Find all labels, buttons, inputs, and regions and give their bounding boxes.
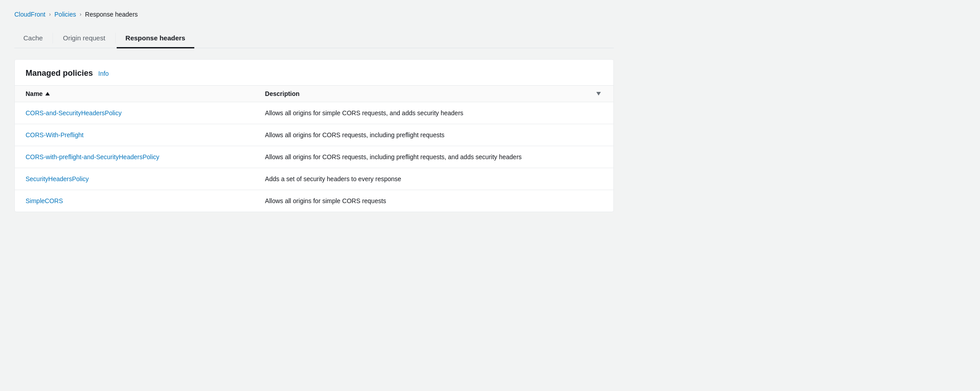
th-description-label: Description [265, 90, 300, 97]
managed-policies-card: Managed policies Info Name Descripti [14, 59, 614, 212]
breadcrumb-cloudfront-label: CloudFront [14, 11, 45, 18]
table-cell-name-4: SimpleCORS [15, 190, 254, 212]
table-cell-name-3: SecurityHeadersPolicy [15, 168, 254, 190]
tab-response-headers[interactable]: Response headers [117, 29, 194, 48]
th-name-label: Name [26, 90, 43, 97]
table-row: CORS-with-preflight-and-SecurityHeadersP… [15, 146, 613, 168]
table-cell-name-2: CORS-with-preflight-and-SecurityHeadersP… [15, 146, 254, 168]
policies-table: Name Description CORS-and-SecurityHeader… [15, 85, 613, 212]
sort-asc-icon [45, 92, 50, 96]
policy-link-3[interactable]: SecurityHeadersPolicy [26, 175, 89, 182]
breadcrumb-separator-1: › [49, 11, 51, 17]
breadcrumb-current: Response headers [85, 11, 138, 18]
breadcrumb-separator-2: › [80, 11, 82, 17]
policy-link-1[interactable]: CORS-With-Preflight [26, 131, 83, 139]
policy-link-2[interactable]: CORS-with-preflight-and-SecurityHeadersP… [26, 153, 159, 161]
tab-cache[interactable]: Cache [14, 29, 52, 48]
breadcrumb-cloudfront-link[interactable]: CloudFront [14, 11, 45, 18]
tab-divider-2 [115, 33, 116, 43]
table-cell-description-3: Adds a set of security headers to every … [254, 168, 613, 190]
table-header-row: Name Description [15, 86, 613, 102]
card-title: Managed policies [26, 69, 93, 78]
table-cell-description-2: Allows all origins for CORS requests, in… [254, 146, 613, 168]
breadcrumb-policies-label: Policies [54, 11, 76, 18]
table-row: SecurityHeadersPolicyAdds a set of secur… [15, 168, 613, 190]
policy-link-4[interactable]: SimpleCORS [26, 197, 63, 204]
table-row: CORS-and-SecurityHeadersPolicyAllows all… [15, 102, 613, 124]
table-cell-name-1: CORS-With-Preflight [15, 124, 254, 146]
sort-desc-icon [596, 92, 601, 96]
table-row: CORS-With-PreflightAllows all origins fo… [15, 124, 613, 146]
tabs-container: Cache Origin request Response headers [14, 29, 614, 48]
breadcrumb: CloudFront › Policies › Response headers [14, 11, 614, 18]
breadcrumb-policies-link[interactable]: Policies [54, 11, 76, 18]
table-cell-description-4: Allows all origins for simple CORS reque… [254, 190, 613, 212]
info-link[interactable]: Info [98, 70, 109, 77]
card-header: Managed policies Info [15, 60, 613, 85]
page-container: CloudFront › Policies › Response headers… [0, 0, 628, 223]
table-cell-name-0: CORS-and-SecurityHeadersPolicy [15, 102, 254, 124]
table-row: SimpleCORSAllows all origins for simple … [15, 190, 613, 212]
policy-link-0[interactable]: CORS-and-SecurityHeadersPolicy [26, 109, 122, 117]
table-cell-description-0: Allows all origins for simple CORS reque… [254, 102, 613, 124]
tab-divider-1 [52, 33, 53, 43]
th-name[interactable]: Name [15, 86, 254, 102]
th-description[interactable]: Description [254, 86, 613, 102]
tab-origin-request[interactable]: Origin request [54, 29, 114, 48]
table-body: CORS-and-SecurityHeadersPolicyAllows all… [15, 102, 613, 212]
table-cell-description-1: Allows all origins for CORS requests, in… [254, 124, 613, 146]
